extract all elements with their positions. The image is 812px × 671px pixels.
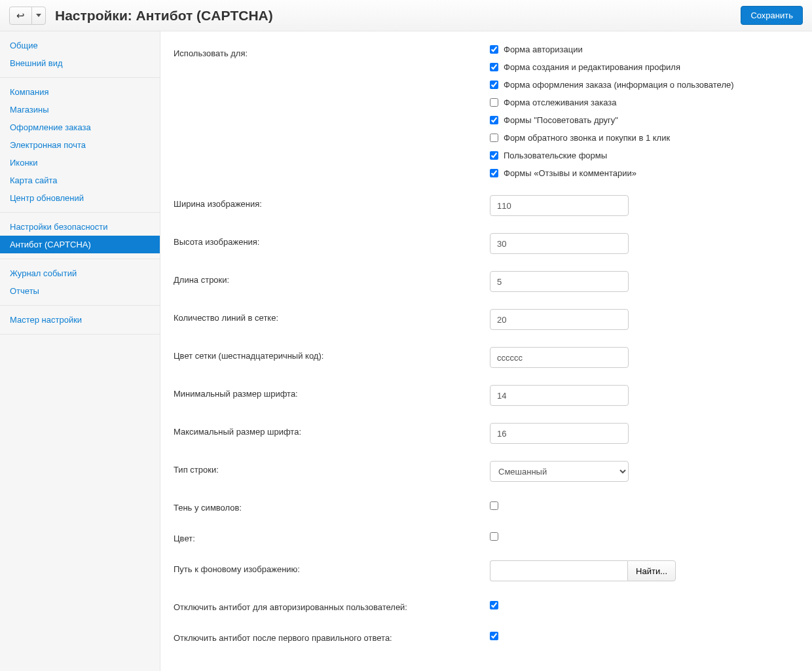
row-use-for: Использовать для: Форма авторизацииФорма… — [174, 45, 799, 178]
grid-lines-input[interactable] — [490, 309, 629, 330]
string-type-select[interactable]: Смешанный — [490, 461, 629, 482]
color-checkbox[interactable] — [490, 532, 498, 541]
use-for-label: Форма создания и редактирования профиля — [504, 62, 680, 72]
bg-image-input[interactable] — [490, 560, 627, 581]
back-button-group: ↩ — [9, 7, 46, 25]
browse-button[interactable]: Найти... — [627, 560, 676, 581]
sidebar-group: Настройки безопасностиАнтибот (CAPTCHA) — [0, 213, 160, 259]
use-for-option[interactable]: Формы «Отзывы и комментарии» — [490, 168, 799, 178]
sidebar-item[interactable]: Иконки — [0, 154, 160, 172]
use-for-option[interactable]: Формы "Посоветовать другу" — [490, 115, 799, 125]
image-height-input[interactable] — [490, 233, 629, 254]
page-title: Настройки: Антибот (CAPTCHA) — [55, 8, 273, 24]
label-grid-color: Цвет сетки (шестнадцатеричный код): — [174, 347, 490, 361]
min-font-input[interactable] — [490, 385, 629, 406]
sidebar-item[interactable]: Антибот (CAPTCHA) — [0, 236, 160, 253]
label-max-font: Максимальный размер шрифта: — [174, 423, 490, 437]
row-string-type: Тип строки: Смешанный — [174, 461, 799, 482]
sidebar-item[interactable]: Отчеты — [0, 282, 160, 300]
row-disable-auth: Отключить антибот для авторизированных п… — [174, 598, 799, 612]
sidebar-item[interactable]: Общие — [0, 37, 160, 54]
use-for-checkbox[interactable] — [490, 169, 498, 177]
bg-image-group: Найти... — [490, 560, 676, 581]
use-for-label: Форма авторизации — [504, 45, 583, 54]
sidebar-item[interactable]: Внешний вид — [0, 54, 160, 72]
grid-color-input[interactable] — [490, 347, 629, 368]
main: ОбщиеВнешний видКомпанияМагазиныОформлен… — [0, 31, 812, 671]
use-for-label: Пользовательские формы — [504, 151, 607, 160]
max-font-input[interactable] — [490, 423, 629, 444]
label-grid-lines: Количество линий в сетке: — [174, 309, 490, 323]
use-for-label: Форма отслеживания заказа — [504, 98, 617, 107]
use-for-checkbox[interactable] — [490, 116, 498, 124]
topbar-left: ↩ Настройки: Антибот (CAPTCHA) — [9, 7, 273, 25]
sidebar: ОбщиеВнешний видКомпанияМагазиныОформлен… — [0, 31, 160, 671]
sidebar-item[interactable]: Магазины — [0, 101, 160, 118]
sidebar-group: Журнал событийОтчеты — [0, 259, 160, 306]
use-for-label: Формы «Отзывы и комментарии» — [504, 168, 637, 178]
string-length-input[interactable] — [490, 271, 629, 292]
use-for-label: Формы "Посоветовать другу" — [504, 115, 618, 125]
save-button[interactable]: Сохранить — [741, 6, 803, 25]
use-for-checkbox[interactable] — [490, 45, 498, 54]
label-string-type: Тип строки: — [174, 461, 490, 475]
label-min-font: Минимальный размер шрифта: — [174, 385, 490, 399]
disable-after-checkbox[interactable] — [490, 632, 498, 640]
row-grid-lines: Количество линий в сетке: — [174, 309, 799, 330]
label-image-height: Высота изображения: — [174, 233, 490, 247]
use-for-option[interactable]: Форм обратного звонка и покупки в 1 клик — [490, 133, 799, 143]
label-char-shadow: Тень у символов: — [174, 499, 490, 513]
char-shadow-checkbox[interactable] — [490, 501, 498, 510]
label-disable-after: Отключить антибот после первого правильн… — [174, 629, 490, 643]
label-use-for: Использовать для: — [174, 45, 490, 58]
sidebar-item[interactable]: Оформление заказа — [0, 118, 160, 136]
label-color: Цвет: — [174, 530, 490, 543]
row-string-length: Длина строки: — [174, 271, 799, 292]
sidebar-item[interactable]: Компания — [0, 83, 160, 101]
sidebar-item[interactable]: Электронная почта — [0, 136, 160, 154]
use-for-options: Форма авторизацииФорма создания и редакт… — [490, 45, 799, 178]
image-width-input[interactable] — [490, 195, 629, 216]
row-max-font: Максимальный размер шрифта: — [174, 423, 799, 444]
use-for-checkbox[interactable] — [490, 98, 498, 107]
use-for-label: Форма оформления заказа (информация о по… — [504, 80, 734, 90]
row-min-font: Минимальный размер шрифта: — [174, 385, 799, 406]
back-icon: ↩ — [16, 10, 25, 20]
sidebar-item[interactable]: Журнал событий — [0, 264, 160, 282]
use-for-label: Форм обратного звонка и покупки в 1 клик — [504, 133, 670, 143]
row-grid-color: Цвет сетки (шестнадцатеричный код): — [174, 347, 799, 368]
row-bg-image: Путь к фоновому изображению: Найти... — [174, 560, 799, 581]
use-for-option[interactable]: Пользовательские формы — [490, 151, 799, 160]
use-for-checkbox[interactable] — [490, 81, 498, 89]
row-color: Цвет: — [174, 530, 799, 543]
sidebar-group: КомпанияМагазиныОформление заказаЭлектро… — [0, 78, 160, 213]
back-dropdown-button[interactable] — [31, 7, 46, 25]
disable-auth-checkbox[interactable] — [490, 601, 498, 609]
row-disable-after: Отключить антибот после первого правильн… — [174, 629, 799, 643]
use-for-checkbox[interactable] — [490, 134, 498, 142]
row-image-height: Высота изображения: — [174, 233, 799, 254]
use-for-option[interactable]: Форма отслеживания заказа — [490, 98, 799, 107]
content: Использовать для: Форма авторизацииФорма… — [160, 31, 812, 671]
label-string-length: Длина строки: — [174, 271, 490, 285]
back-button[interactable]: ↩ — [9, 7, 32, 25]
row-char-shadow: Тень у символов: — [174, 499, 799, 513]
topbar: ↩ Настройки: Антибот (CAPTCHA) Сохранить — [0, 0, 812, 31]
use-for-checkbox[interactable] — [490, 151, 498, 160]
label-image-width: Ширина изображения: — [174, 195, 490, 209]
sidebar-item[interactable]: Настройки безопасности — [0, 218, 160, 236]
label-disable-auth: Отключить антибот для авторизированных п… — [174, 598, 490, 612]
sidebar-item[interactable]: Центр обновлений — [0, 189, 160, 207]
row-image-width: Ширина изображения: — [174, 195, 799, 216]
chevron-down-icon — [36, 14, 41, 17]
sidebar-item[interactable]: Мастер настройки — [0, 311, 160, 329]
label-bg-image: Путь к фоновому изображению: — [174, 560, 490, 574]
use-for-option[interactable]: Форма создания и редактирования профиля — [490, 62, 799, 72]
sidebar-item[interactable]: Карта сайта — [0, 172, 160, 189]
use-for-checkbox[interactable] — [490, 63, 498, 71]
use-for-option[interactable]: Форма оформления заказа (информация о по… — [490, 80, 799, 90]
sidebar-group: ОбщиеВнешний вид — [0, 31, 160, 78]
sidebar-group: Мастер настройки — [0, 306, 160, 335]
use-for-option[interactable]: Форма авторизации — [490, 45, 799, 54]
